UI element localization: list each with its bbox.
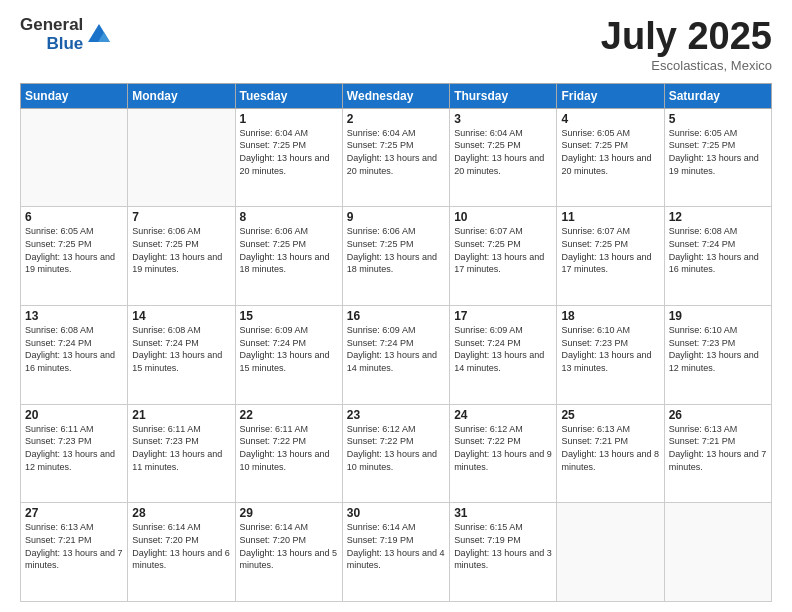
header-sunday: Sunday xyxy=(21,83,128,108)
calendar-cell: 23Sunrise: 6:12 AM Sunset: 7:22 PM Dayli… xyxy=(342,404,449,503)
calendar-cell: 17Sunrise: 6:09 AM Sunset: 7:24 PM Dayli… xyxy=(450,306,557,405)
day-number: 27 xyxy=(25,506,123,520)
day-number: 4 xyxy=(561,112,659,126)
day-number: 3 xyxy=(454,112,552,126)
day-info: Sunrise: 6:09 AM Sunset: 7:24 PM Dayligh… xyxy=(454,324,552,374)
calendar-table: Sunday Monday Tuesday Wednesday Thursday… xyxy=(20,83,772,602)
calendar-cell: 6Sunrise: 6:05 AM Sunset: 7:25 PM Daylig… xyxy=(21,207,128,306)
day-info: Sunrise: 6:14 AM Sunset: 7:19 PM Dayligh… xyxy=(347,521,445,571)
calendar-cell: 8Sunrise: 6:06 AM Sunset: 7:25 PM Daylig… xyxy=(235,207,342,306)
day-number: 7 xyxy=(132,210,230,224)
calendar-cell: 10Sunrise: 6:07 AM Sunset: 7:25 PM Dayli… xyxy=(450,207,557,306)
logo-blue: Blue xyxy=(46,35,83,54)
calendar-cell: 21Sunrise: 6:11 AM Sunset: 7:23 PM Dayli… xyxy=(128,404,235,503)
calendar-cell xyxy=(21,108,128,207)
week-row-2: 6Sunrise: 6:05 AM Sunset: 7:25 PM Daylig… xyxy=(21,207,772,306)
calendar-cell: 18Sunrise: 6:10 AM Sunset: 7:23 PM Dayli… xyxy=(557,306,664,405)
day-number: 1 xyxy=(240,112,338,126)
week-row-5: 27Sunrise: 6:13 AM Sunset: 7:21 PM Dayli… xyxy=(21,503,772,602)
day-number: 26 xyxy=(669,408,767,422)
calendar-cell: 1Sunrise: 6:04 AM Sunset: 7:25 PM Daylig… xyxy=(235,108,342,207)
day-info: Sunrise: 6:09 AM Sunset: 7:24 PM Dayligh… xyxy=(347,324,445,374)
day-number: 8 xyxy=(240,210,338,224)
day-number: 23 xyxy=(347,408,445,422)
calendar-cell: 9Sunrise: 6:06 AM Sunset: 7:25 PM Daylig… xyxy=(342,207,449,306)
calendar-cell: 27Sunrise: 6:13 AM Sunset: 7:21 PM Dayli… xyxy=(21,503,128,602)
calendar-cell: 4Sunrise: 6:05 AM Sunset: 7:25 PM Daylig… xyxy=(557,108,664,207)
day-number: 5 xyxy=(669,112,767,126)
calendar-cell: 13Sunrise: 6:08 AM Sunset: 7:24 PM Dayli… xyxy=(21,306,128,405)
day-number: 22 xyxy=(240,408,338,422)
calendar-cell: 3Sunrise: 6:04 AM Sunset: 7:25 PM Daylig… xyxy=(450,108,557,207)
day-number: 17 xyxy=(454,309,552,323)
day-info: Sunrise: 6:08 AM Sunset: 7:24 PM Dayligh… xyxy=(25,324,123,374)
header-thursday: Thursday xyxy=(450,83,557,108)
day-info: Sunrise: 6:14 AM Sunset: 7:20 PM Dayligh… xyxy=(132,521,230,571)
calendar-cell xyxy=(128,108,235,207)
header-tuesday: Tuesday xyxy=(235,83,342,108)
title-block: July 2025 Escolasticas, Mexico xyxy=(601,16,772,73)
day-number: 12 xyxy=(669,210,767,224)
day-info: Sunrise: 6:11 AM Sunset: 7:23 PM Dayligh… xyxy=(132,423,230,473)
header-friday: Friday xyxy=(557,83,664,108)
calendar-cell: 11Sunrise: 6:07 AM Sunset: 7:25 PM Dayli… xyxy=(557,207,664,306)
calendar-cell: 25Sunrise: 6:13 AM Sunset: 7:21 PM Dayli… xyxy=(557,404,664,503)
day-info: Sunrise: 6:04 AM Sunset: 7:25 PM Dayligh… xyxy=(240,127,338,177)
calendar-cell: 7Sunrise: 6:06 AM Sunset: 7:25 PM Daylig… xyxy=(128,207,235,306)
day-number: 9 xyxy=(347,210,445,224)
day-info: Sunrise: 6:07 AM Sunset: 7:25 PM Dayligh… xyxy=(454,225,552,275)
day-info: Sunrise: 6:06 AM Sunset: 7:25 PM Dayligh… xyxy=(240,225,338,275)
day-info: Sunrise: 6:04 AM Sunset: 7:25 PM Dayligh… xyxy=(347,127,445,177)
day-number: 18 xyxy=(561,309,659,323)
location: Escolasticas, Mexico xyxy=(601,58,772,73)
day-number: 29 xyxy=(240,506,338,520)
logo-icon xyxy=(86,22,112,48)
day-number: 28 xyxy=(132,506,230,520)
week-row-4: 20Sunrise: 6:11 AM Sunset: 7:23 PM Dayli… xyxy=(21,404,772,503)
week-row-3: 13Sunrise: 6:08 AM Sunset: 7:24 PM Dayli… xyxy=(21,306,772,405)
day-number: 2 xyxy=(347,112,445,126)
day-info: Sunrise: 6:04 AM Sunset: 7:25 PM Dayligh… xyxy=(454,127,552,177)
day-info: Sunrise: 6:05 AM Sunset: 7:25 PM Dayligh… xyxy=(669,127,767,177)
day-info: Sunrise: 6:11 AM Sunset: 7:23 PM Dayligh… xyxy=(25,423,123,473)
day-number: 6 xyxy=(25,210,123,224)
day-number: 10 xyxy=(454,210,552,224)
logo: General Blue xyxy=(20,16,112,53)
day-info: Sunrise: 6:12 AM Sunset: 7:22 PM Dayligh… xyxy=(454,423,552,473)
calendar-cell: 15Sunrise: 6:09 AM Sunset: 7:24 PM Dayli… xyxy=(235,306,342,405)
day-info: Sunrise: 6:11 AM Sunset: 7:22 PM Dayligh… xyxy=(240,423,338,473)
day-info: Sunrise: 6:13 AM Sunset: 7:21 PM Dayligh… xyxy=(669,423,767,473)
calendar-cell: 5Sunrise: 6:05 AM Sunset: 7:25 PM Daylig… xyxy=(664,108,771,207)
header-saturday: Saturday xyxy=(664,83,771,108)
calendar-header-row: Sunday Monday Tuesday Wednesday Thursday… xyxy=(21,83,772,108)
day-info: Sunrise: 6:14 AM Sunset: 7:20 PM Dayligh… xyxy=(240,521,338,571)
day-info: Sunrise: 6:08 AM Sunset: 7:24 PM Dayligh… xyxy=(132,324,230,374)
day-info: Sunrise: 6:10 AM Sunset: 7:23 PM Dayligh… xyxy=(561,324,659,374)
day-info: Sunrise: 6:05 AM Sunset: 7:25 PM Dayligh… xyxy=(561,127,659,177)
day-number: 14 xyxy=(132,309,230,323)
day-info: Sunrise: 6:07 AM Sunset: 7:25 PM Dayligh… xyxy=(561,225,659,275)
calendar-cell: 16Sunrise: 6:09 AM Sunset: 7:24 PM Dayli… xyxy=(342,306,449,405)
day-info: Sunrise: 6:06 AM Sunset: 7:25 PM Dayligh… xyxy=(132,225,230,275)
header-wednesday: Wednesday xyxy=(342,83,449,108)
day-number: 25 xyxy=(561,408,659,422)
calendar-cell: 14Sunrise: 6:08 AM Sunset: 7:24 PM Dayli… xyxy=(128,306,235,405)
calendar-cell: 12Sunrise: 6:08 AM Sunset: 7:24 PM Dayli… xyxy=(664,207,771,306)
day-info: Sunrise: 6:13 AM Sunset: 7:21 PM Dayligh… xyxy=(561,423,659,473)
day-number: 21 xyxy=(132,408,230,422)
calendar-cell xyxy=(664,503,771,602)
day-number: 19 xyxy=(669,309,767,323)
calendar-cell: 29Sunrise: 6:14 AM Sunset: 7:20 PM Dayli… xyxy=(235,503,342,602)
month-title: July 2025 xyxy=(601,16,772,58)
day-info: Sunrise: 6:08 AM Sunset: 7:24 PM Dayligh… xyxy=(669,225,767,275)
day-info: Sunrise: 6:09 AM Sunset: 7:24 PM Dayligh… xyxy=(240,324,338,374)
day-info: Sunrise: 6:05 AM Sunset: 7:25 PM Dayligh… xyxy=(25,225,123,275)
calendar-cell: 2Sunrise: 6:04 AM Sunset: 7:25 PM Daylig… xyxy=(342,108,449,207)
page-header: General Blue July 2025 Escolasticas, Mex… xyxy=(20,16,772,73)
day-info: Sunrise: 6:10 AM Sunset: 7:23 PM Dayligh… xyxy=(669,324,767,374)
calendar-cell: 28Sunrise: 6:14 AM Sunset: 7:20 PM Dayli… xyxy=(128,503,235,602)
calendar-cell: 19Sunrise: 6:10 AM Sunset: 7:23 PM Dayli… xyxy=(664,306,771,405)
calendar-cell: 22Sunrise: 6:11 AM Sunset: 7:22 PM Dayli… xyxy=(235,404,342,503)
calendar-cell: 30Sunrise: 6:14 AM Sunset: 7:19 PM Dayli… xyxy=(342,503,449,602)
day-number: 13 xyxy=(25,309,123,323)
